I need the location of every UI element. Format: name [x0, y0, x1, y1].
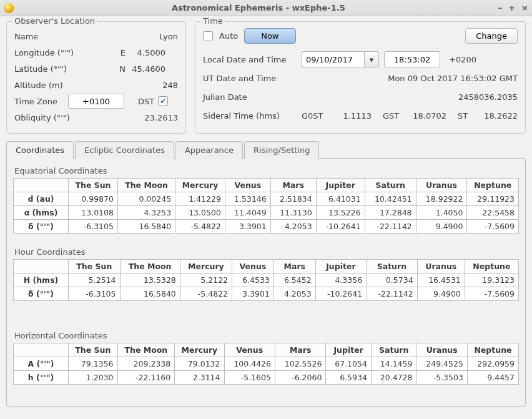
col-moon: The Moon — [117, 343, 175, 357]
cell: 16.5840 — [117, 220, 175, 234]
change-button[interactable]: Change — [465, 28, 518, 44]
cell: -5.4822 — [180, 287, 232, 301]
cell: 17.2848 — [365, 206, 416, 220]
timezone-input[interactable] — [68, 94, 124, 109]
date-dropdown-button[interactable]: ▾ — [364, 51, 379, 67]
cell: 1.41229 — [175, 192, 225, 206]
horizontal-h-row: h (°'") 1.2030 -22.1160 2.3114 -5.1605 -… — [14, 371, 519, 385]
maximize-icon[interactable]: + — [508, 3, 515, 12]
latitude-label: Latitude (°'") — [14, 64, 107, 74]
horizontal-title: Horizontal Coordinates — [14, 331, 519, 340]
cell: 1.53146 — [225, 192, 270, 206]
cell: 9.4457 — [467, 371, 518, 385]
cell: 3.3901 — [232, 287, 274, 301]
observer-name-value: Lyon — [107, 32, 178, 41]
close-icon[interactable]: × — [521, 3, 528, 12]
col-uranus: Uranus — [416, 179, 467, 192]
cell: 20.4728 — [371, 371, 416, 385]
cell: 209.2338 — [117, 357, 175, 371]
cell: 6.4533 — [232, 274, 274, 287]
now-button[interactable]: Now — [244, 28, 295, 44]
equatorial-delta-row: δ (°'") -6.3105 16.5840 -5.4822 3.3901 4… — [14, 220, 519, 234]
tab-rising-setting[interactable]: Rising/Setting — [244, 141, 319, 159]
tab-body-coordinates: Equatorial Coordinates The Sun The Moon … — [6, 158, 526, 407]
gst-label: GST — [377, 111, 401, 121]
col-uranus: Uranus — [417, 260, 465, 274]
time-groupbox: Time Auto Now Change Local Date and Time… — [195, 21, 526, 134]
col-neptune: Neptune — [467, 179, 519, 192]
observer-groupbox: Observer's Location Name Lyon Longitude … — [6, 21, 186, 134]
longitude-hemi: E — [107, 48, 126, 57]
local-time-input[interactable] — [384, 51, 440, 67]
col-moon: The Moon — [120, 260, 180, 274]
cell: 3.3901 — [225, 220, 270, 234]
row-d-label: d (au) — [14, 192, 69, 206]
cell: 4.2053 — [270, 220, 316, 234]
cell: 79.0132 — [175, 357, 224, 371]
tz-offset-label: +0200 — [449, 55, 476, 64]
altitude-label: Altitude (m) — [14, 81, 107, 90]
cell: 249.4525 — [416, 357, 467, 371]
cell: 102.5526 — [275, 357, 325, 371]
longitude-label: Longitude (°'") — [14, 48, 107, 57]
cell: 11.4049 — [225, 206, 270, 220]
longitude-value: 4.5000 — [128, 48, 165, 57]
col-mercury: Mercury — [180, 260, 232, 274]
hour-delta-row: δ (°'") -6.3105 16.5840 -5.4822 3.3901 4… — [14, 287, 519, 301]
col-mars: Mars — [270, 179, 316, 192]
tab-coordinates[interactable]: Coordinates — [6, 141, 74, 159]
col-mercury: Mercury — [175, 343, 224, 357]
g0st-label: G0ST — [302, 111, 327, 121]
equatorial-title: Equatorial Coordinates — [14, 166, 519, 175]
equatorial-header-row: The Sun The Moon Mercury Venus Mars Jupi… — [14, 179, 519, 192]
cell: 19.3123 — [465, 274, 518, 287]
cell: 29.11923 — [467, 192, 519, 206]
cell: 11.3130 — [270, 206, 316, 220]
horizontal-table: The Sun The Moon Mercury Venus Mars Jupi… — [13, 343, 519, 385]
row-A-label: A (°'") — [14, 357, 69, 371]
cell: 1.4050 — [416, 206, 467, 220]
cell: 14.1459 — [371, 357, 416, 371]
col-uranus: Uranus — [416, 343, 467, 357]
time-legend: Time — [200, 16, 225, 26]
cell: -7.5609 — [465, 287, 518, 301]
dst-checkbox[interactable] — [158, 96, 168, 106]
auto-checkbox[interactable] — [203, 31, 213, 41]
hour-H-row: H (hms) 5.2514 13.5328 5.2122 6.4533 6.5… — [14, 274, 519, 287]
tab-appearance[interactable]: Appearance — [175, 141, 243, 159]
col-sun: The Sun — [69, 179, 118, 192]
cell: 5.2122 — [180, 274, 232, 287]
app-icon — [4, 3, 14, 13]
minimize-icon[interactable]: – — [498, 3, 503, 12]
cell: 4.3253 — [117, 206, 175, 220]
col-jupiter: Jupiter — [315, 260, 366, 274]
col-venus: Venus — [225, 179, 270, 192]
ut-datetime-label: UT Date and Time — [203, 74, 297, 83]
row-h-label: h (°'") — [14, 371, 69, 385]
cell: 6.5934 — [326, 371, 372, 385]
titlebar: Astronomical Ephemeris - wxEphe-1.5 – + … — [0, 0, 532, 16]
latitude-value: 45.4600 — [128, 64, 165, 74]
row-H-label: H (hms) — [14, 274, 69, 287]
hour-header-row: The Sun The Moon Mercury Venus Mars Jupi… — [14, 260, 519, 274]
timezone-label: Time Zone — [14, 97, 64, 106]
local-date-input[interactable] — [302, 51, 364, 67]
cell: -7.5609 — [467, 220, 519, 234]
tab-ecliptic[interactable]: Ecliptic Coordinates — [75, 141, 174, 159]
obliquity-value: 23.2613 — [107, 113, 178, 122]
col-saturn: Saturn — [367, 260, 417, 274]
col-jupiter: Jupiter — [326, 343, 372, 357]
cell: -10.2641 — [316, 220, 365, 234]
cell: 16.4531 — [417, 274, 465, 287]
hour-title: Hour Coordinates — [14, 247, 519, 257]
cell: -6.3105 — [69, 220, 118, 234]
observer-name-label: Name — [14, 32, 107, 41]
cell: -5.3503 — [416, 371, 467, 385]
col-venus: Venus — [232, 260, 274, 274]
col-venus: Venus — [224, 343, 275, 357]
dst-label: DST — [138, 97, 154, 106]
col-sun: The Sun — [69, 260, 121, 274]
col-saturn: Saturn — [371, 343, 416, 357]
cell: -5.4822 — [175, 220, 225, 234]
row-delta-label: δ (°'") — [14, 220, 69, 234]
